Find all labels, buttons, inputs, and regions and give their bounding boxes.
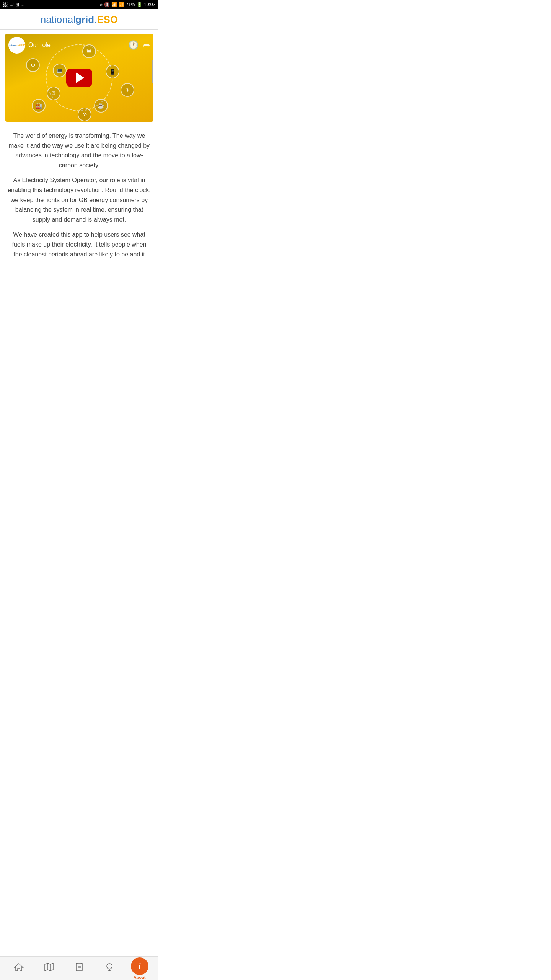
wifi-icon: 📶: [111, 2, 117, 7]
kettle-icon: ☕: [94, 99, 108, 113]
play-button[interactable]: [66, 69, 92, 87]
power-plant-icon: 🏭: [32, 99, 46, 113]
logo-national: national: [41, 14, 75, 25]
wind-icon: ⚙: [26, 58, 40, 72]
grid-icon: ⊞: [15, 2, 19, 7]
battery-label: 71%: [126, 2, 135, 7]
scroll-indicator: [152, 60, 153, 83]
play-btn-bg: [66, 69, 92, 87]
monitor-icon: 🖥: [47, 87, 60, 100]
mute-icon: 🔇: [104, 2, 110, 7]
watch-later-icon[interactable]: 🕐: [128, 40, 139, 50]
status-right-icons: ⎈ 🔇 📶 📶 71% 🔋 10:02: [100, 2, 155, 7]
time-label: 10:02: [144, 2, 155, 7]
app-logo: nationalgrid.ESO: [0, 14, 158, 26]
app-header: nationalgrid.ESO: [0, 9, 158, 30]
content-paragraph-1: The world of energy is transforming. The…: [8, 131, 151, 170]
content-paragraph-3: We have created this app to help users s…: [8, 230, 151, 259]
video-title: Our role: [28, 42, 51, 49]
video-top-bar: nationalgridESO Our role 🕐 ➦: [8, 37, 150, 54]
content-paragraph-2: As Electricity System Operator, our role…: [8, 175, 151, 224]
battery-icon: 🔋: [137, 2, 142, 7]
video-top-controls: 🕐 ➦: [128, 40, 150, 50]
solar-icon: ☀: [121, 83, 134, 97]
video-thumbnail[interactable]: nationalgridESO Our role 🕐 ➦ ⚙ 💻 🏛 📱 ☀ ☕…: [5, 34, 153, 122]
status-left-icons: 🖼 🛡 ⊞ ...: [3, 2, 24, 7]
nuclear-icon: ☢: [78, 108, 91, 121]
bluetooth-icon: ⎈: [100, 2, 103, 7]
photo-icon: 🖼: [3, 2, 8, 7]
status-bar: 🖼 🛡 ⊞ ... ⎈ 🔇 📶 📶 71% 🔋 10:02: [0, 0, 158, 9]
tablet-icon: 📱: [106, 65, 119, 78]
signal-icon: 📶: [119, 2, 124, 7]
youtube-channel-info: nationalgridESO Our role: [8, 37, 51, 54]
more-icon: ...: [21, 2, 24, 7]
logo-eso: ESO: [97, 14, 118, 25]
laptop-icon: 💻: [53, 64, 67, 77]
play-triangle: [76, 72, 84, 83]
main-content: The world of energy is transforming. The…: [0, 126, 158, 270]
share-icon[interactable]: ➦: [143, 40, 150, 50]
logo-grid: grid: [75, 14, 94, 25]
shield-icon: 🛡: [9, 2, 14, 7]
channel-avatar: nationalgridESO: [8, 37, 25, 54]
